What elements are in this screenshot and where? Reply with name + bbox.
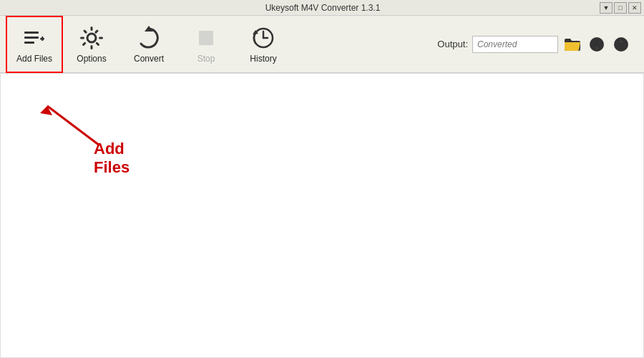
history-button[interactable]: History <box>235 16 292 73</box>
svg-rect-6 <box>91 26 93 31</box>
svg-rect-9 <box>99 37 103 39</box>
output-path-input[interactable] <box>472 36 558 53</box>
restore-button[interactable]: □ <box>614 2 627 14</box>
svg-rect-8 <box>80 37 84 39</box>
svg-rect-10 <box>83 29 87 33</box>
window-title: Ukeysoft M4V Converter 1.3.1 <box>46 3 600 13</box>
svg-rect-11 <box>94 29 99 33</box>
output-area: Output: <box>437 34 638 54</box>
help-button[interactable] <box>587 34 607 54</box>
add-files-icon <box>21 25 47 51</box>
svg-line-25 <box>47 106 99 145</box>
minimize-button[interactable]: ▼ <box>600 2 613 14</box>
stop-icon <box>193 25 219 51</box>
svg-rect-7 <box>91 45 93 49</box>
svg-marker-26 <box>40 106 52 115</box>
options-button[interactable]: Options <box>63 16 120 73</box>
stop-label: Stop <box>197 54 215 64</box>
history-label: History <box>250 54 276 64</box>
browse-folder-button[interactable] <box>562 34 582 54</box>
convert-icon <box>136 25 162 51</box>
main-content: Add Files <box>0 73 644 358</box>
close-button[interactable]: ✕ <box>628 2 641 14</box>
svg-rect-15 <box>199 31 213 45</box>
title-bar: Ukeysoft M4V Converter 1.3.1 ▼ □ ✕ <box>0 0 644 16</box>
svg-point-22 <box>614 37 628 52</box>
svg-point-21 <box>596 47 597 49</box>
svg-rect-2 <box>24 42 34 44</box>
annotation-text: Add Files <box>94 140 130 177</box>
options-label: Options <box>77 54 106 64</box>
info-button[interactable] <box>611 34 631 54</box>
stop-button[interactable]: Stop <box>177 16 235 73</box>
add-files-label: Add Files <box>16 54 52 64</box>
options-icon <box>79 25 104 51</box>
svg-rect-12 <box>82 42 86 46</box>
convert-label: Convert <box>134 54 164 64</box>
svg-rect-0 <box>24 32 39 34</box>
window-controls[interactable]: ▼ □ ✕ <box>600 2 641 14</box>
history-icon <box>250 25 276 51</box>
svg-point-24 <box>620 41 622 42</box>
output-label: Output: <box>437 39 468 49</box>
svg-rect-13 <box>95 42 99 46</box>
add-files-button[interactable]: Add Files <box>6 16 63 73</box>
svg-point-5 <box>87 34 96 42</box>
svg-rect-4 <box>42 37 44 41</box>
arrow-annotation <box>1 74 144 160</box>
svg-rect-1 <box>24 37 39 39</box>
toolbar: Add Files Options <box>0 16 644 73</box>
convert-button[interactable]: Convert <box>120 16 177 73</box>
